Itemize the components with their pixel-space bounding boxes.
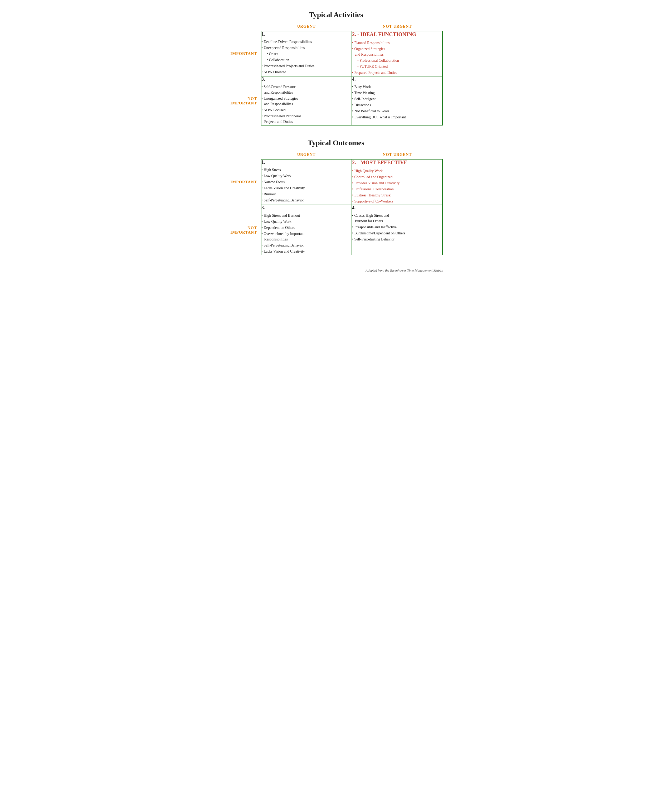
list-item: Narrow Focus <box>262 179 352 185</box>
list-item: Lacks Vision and Creativity <box>262 185 352 191</box>
list-item: Supportive of Co-Workers <box>352 198 442 204</box>
activities-row-important: IMPORTANT 1. Deadline-Driven Responsibil… <box>229 31 443 76</box>
outcomes-title: Typical Outcomes <box>229 139 443 147</box>
list-item: Crises <box>262 51 352 57</box>
activities-cell-3-number: 3. <box>262 76 352 82</box>
outcomes-cell-1-list: High Stress Low Quality Work Narrow Focu… <box>262 167 352 203</box>
activities-cell-3-list: Self-Created Pressure and Responsibilite… <box>262 84 352 124</box>
list-item: Self-Created Pressure and Responsibilite… <box>262 84 352 95</box>
outcomes-cell-3-number: 3. <box>262 205 352 211</box>
outcomes-row-important-label: IMPORTANT <box>229 159 261 205</box>
list-item: Unorganized Strategies and Responsibilit… <box>262 96 352 107</box>
outcomes-cell-2: 2. - MOST EFFECTIVE High Quality Work Co… <box>352 159 443 205</box>
list-item: Procrastinated Projects and Duties <box>262 63 352 69</box>
list-item: Causes High Stress and Burnout for Other… <box>352 213 442 224</box>
list-item: NOW Oriented <box>262 69 352 75</box>
list-item: Distactions <box>352 102 442 108</box>
outcomes-cell-3: 3. High Stress and Burnout Low Quality W… <box>261 205 352 255</box>
list-item: Self-Perpetuating Behavior <box>262 198 352 203</box>
outcomes-row-important: IMPORTANT 1. High Stress Low Quality Wor… <box>229 159 443 205</box>
list-item: Burnout <box>262 192 352 197</box>
activities-row-not-important: NOT IMPORTANT 3. Self-Created Pressure a… <box>229 76 443 126</box>
list-item: Overwhelmed by Important Responsibilitie… <box>262 231 352 242</box>
list-item: Deadline-Driven Responsibilites <box>262 39 352 45</box>
list-item: NOW Focused <box>262 107 352 113</box>
outcomes-cell-4-number: 4. <box>352 205 442 211</box>
outcomes-cell-1-number: 1. <box>262 160 352 165</box>
outcomes-col-headers: URGENT NOT URGENT <box>229 152 443 159</box>
list-item: Burdensome/Dependent on Others <box>352 230 442 236</box>
outcomes-cell-3-list: High Stress and Burnout Low Quality Work… <box>262 213 352 254</box>
activities-cell-1: 1. Deadline-Driven Responsibilites Unexp… <box>261 31 352 76</box>
list-item: Low Quality Work <box>262 173 352 179</box>
list-item: Professional Collaboration <box>352 58 442 63</box>
outcomes-col-urgent: URGENT <box>261 152 352 159</box>
list-item: Eustress (Healthy Stress) <box>352 192 442 198</box>
outcomes-matrix: URGENT NOT URGENT IMPORTANT 1. High Stre… <box>229 152 443 255</box>
activities-cell-3: 3. Self-Created Pressure and Responsibil… <box>261 76 352 126</box>
outcomes-cell-1: 1. High Stress Low Quality Work Narrow F… <box>261 159 352 205</box>
list-item: Collaboration <box>262 57 352 63</box>
activities-row-not-important-label: NOT IMPORTANT <box>229 76 261 126</box>
activities-col-headers: URGENT NOT URGENT <box>229 24 443 31</box>
footnote: Adapted from the Eisenhower Time Managem… <box>229 268 443 273</box>
outcomes-cell-2-list: High Quality Work Controlled and Organiz… <box>352 168 442 204</box>
list-item: Everything BUT what is Important <box>352 114 442 120</box>
list-item: High Stress and Burnout <box>262 213 352 218</box>
activities-col-urgent: URGENT <box>261 24 352 31</box>
activities-cell-2-list: Planned Responsibilites Organized Strate… <box>352 40 442 75</box>
list-item: Time Wasting <box>352 90 442 96</box>
outcomes-cell-2-title: 2. - MOST EFFECTIVE <box>352 160 442 165</box>
list-item: Organized Strategies and Responsibilites <box>352 46 442 57</box>
activities-cell-4-number: 4. <box>352 76 442 82</box>
activities-cell-4-list: Busy Work Time Wasting Self-Indulgent Di… <box>352 84 442 120</box>
list-item: Provides Vision and Creativity <box>352 180 442 186</box>
list-item: Lacks Vision and Creativity <box>262 249 352 254</box>
list-item: Busy Work <box>352 84 442 90</box>
activities-col-not-urgent: NOT URGENT <box>352 24 443 31</box>
list-item: Controlled and Organized <box>352 174 442 180</box>
list-item: Self-Perpetuating Behavior <box>352 236 442 242</box>
outcomes-cell-4-list: Causes High Stress and Burnout for Other… <box>352 213 442 242</box>
outcomes-cell-4: 4. Causes High Stress and Burnout for Ot… <box>352 205 443 255</box>
list-item: Professional Collaboration <box>352 187 442 192</box>
list-item: Irresponsible and Ineffective <box>352 225 442 230</box>
activities-row-important-label: IMPORTANT <box>229 31 261 76</box>
activities-matrix: URGENT NOT URGENT IMPORTANT 1. Deadline-… <box>229 24 443 126</box>
activities-title: Typical Activities <box>229 10 443 19</box>
list-item: Unexpected Responsibilites <box>262 45 352 51</box>
activities-cell-4: 4. Busy Work Time Wasting Self-Indulgent… <box>352 76 443 126</box>
activities-cell-1-number: 1. <box>262 31 352 37</box>
list-item: Not Beneficial to Goals <box>352 108 442 114</box>
list-item: Procrastinated Peripheral Projects and D… <box>262 113 352 124</box>
list-item: Self-Perpetuating Behavior <box>262 243 352 248</box>
list-item: High Quality Work <box>352 168 442 174</box>
list-item: Low Quality Work <box>262 219 352 225</box>
activities-cell-2-title: 2. - IDEAL FUNCTIONING <box>352 31 442 38</box>
list-item: Self-Indulgent <box>352 96 442 102</box>
activities-cell-1-list: Deadline-Driven Responsibilites Unexpect… <box>262 39 352 75</box>
list-item: Planned Responsibilites <box>352 40 442 46</box>
list-item: FUTURE Oriented <box>352 64 442 69</box>
list-item: Dependent on Others <box>262 225 352 230</box>
list-item: Prepared Projects and Duties <box>352 70 442 75</box>
outcomes-row-not-important-label: NOT IMPORTANT <box>229 205 261 255</box>
outcomes-col-not-urgent: NOT URGENT <box>352 152 443 159</box>
outcomes-row-not-important: NOT IMPORTANT 3. High Stress and Burnout… <box>229 205 443 255</box>
activities-cell-2: 2. - IDEAL FUNCTIONING Planned Responsib… <box>352 31 443 76</box>
list-item: High Stress <box>262 167 352 173</box>
